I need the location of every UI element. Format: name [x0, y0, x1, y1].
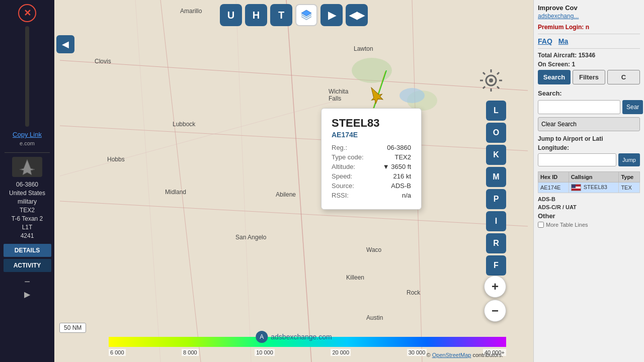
- cell-type: TEX: [619, 183, 640, 193]
- map-toolbar: U H T ▶ ◀▶: [220, 4, 368, 26]
- btn-r[interactable]: R: [486, 233, 506, 253]
- search-tab-button[interactable]: Search: [538, 70, 571, 84]
- jump-input[interactable]: [538, 153, 616, 166]
- map-background: [54, 0, 533, 362]
- clear-search-button[interactable]: Clear Search: [538, 117, 640, 131]
- left-sidebar: ✕ Copy Link e.com 06-3860 United States …: [0, 0, 54, 362]
- col-type[interactable]: Type: [619, 172, 640, 183]
- popup-type-row: Type code: TEX2: [332, 153, 411, 161]
- adsb-link[interactable]: adsbexchang...: [538, 13, 640, 20]
- improve-coverage-title: Improve Cov: [538, 4, 640, 12]
- close-button[interactable]: ✕: [18, 4, 36, 22]
- city-label-clovis: Clovis: [95, 58, 111, 65]
- total-aircraft-label: Total Aircraft:: [538, 52, 577, 59]
- aircraft-icon[interactable]: [365, 84, 385, 107]
- copy-link[interactable]: Copy Link: [13, 131, 42, 138]
- popup-rssi-value: n/a: [402, 192, 411, 199]
- zoom-out-button[interactable]: −: [484, 300, 506, 322]
- search-input[interactable]: [538, 100, 620, 114]
- cell-callsign: STEEL83: [569, 183, 619, 193]
- btn-p[interactable]: P: [486, 189, 506, 209]
- sidebar-country: United States: [2, 190, 52, 197]
- city-label-waco: Waco: [366, 246, 381, 253]
- longitude-label: Longitude:: [538, 144, 640, 151]
- svg-point-11: [352, 58, 392, 83]
- color-label-4: 30 000: [407, 349, 427, 356]
- search-section-title: Search:: [538, 89, 640, 97]
- btn-k[interactable]: K: [486, 145, 506, 165]
- svg-rect-1: [60, 0, 528, 362]
- faq-link[interactable]: FAQ: [538, 37, 552, 45]
- svg-line-29: [497, 72, 499, 74]
- layers-btn[interactable]: [295, 4, 317, 26]
- right-panel: Improve Cov adsbexchang... Premium Login…: [533, 0, 644, 362]
- btn-f[interactable]: F: [486, 255, 506, 276]
- btn-m[interactable]: M: [486, 167, 506, 187]
- popup-type-value: TEX2: [394, 153, 411, 161]
- flag-icon: [571, 184, 581, 191]
- svg-point-13: [399, 88, 425, 103]
- table-row[interactable]: AE174E STEEL83 TEX: [538, 183, 640, 193]
- details-button[interactable]: DETAILS: [4, 244, 51, 257]
- color-label-1: 8 000: [182, 349, 199, 356]
- popup-type-label: Type code:: [332, 153, 364, 161]
- search-row: Sear: [538, 100, 640, 114]
- on-screen-label: On Screen:: [538, 61, 570, 68]
- btn-i[interactable]: I: [486, 211, 506, 231]
- other-label: Other: [538, 212, 640, 220]
- col-hex-id[interactable]: Hex ID: [538, 172, 569, 183]
- popup-hex-id[interactable]: AE174E: [332, 131, 411, 139]
- expand-btn[interactable]: ◀▶: [346, 4, 368, 26]
- btn-u[interactable]: U: [220, 4, 242, 26]
- btn-t[interactable]: T: [270, 4, 292, 26]
- city-label-abilene: Abilene: [276, 191, 296, 198]
- scale-label: 50 NM: [59, 323, 86, 333]
- left-panel-toggle[interactable]: ◀: [56, 35, 74, 53]
- more-table-lines[interactable]: More Table Lines: [538, 222, 640, 228]
- sidebar-type: TEX2: [2, 207, 52, 214]
- filters-tab-button[interactable]: Filters: [573, 70, 605, 84]
- svg-line-26: [483, 72, 485, 74]
- popup-alt-value: ▼ 3650 ft: [383, 163, 411, 170]
- city-label-midland: Midland: [165, 189, 186, 196]
- popup-rssi-row: RSSI: n/a: [332, 192, 411, 199]
- popup-reg-label: Reg.:: [332, 144, 347, 151]
- next-btn[interactable]: ▶: [320, 4, 343, 26]
- btn-o[interactable]: O: [486, 123, 506, 143]
- total-aircraft-value: 15346: [579, 52, 595, 59]
- other-tab-button[interactable]: C: [607, 70, 640, 84]
- city-label-lubbock: Lubbock: [173, 121, 195, 128]
- color-label-3: 20 000: [331, 349, 351, 356]
- search-go-button[interactable]: Sear: [622, 100, 643, 114]
- sidebar-reg: 06-3860: [2, 181, 52, 188]
- expand-arrow-icon[interactable]: ▶: [24, 290, 30, 299]
- total-aircraft-stat: Total Aircraft: 15346: [538, 52, 640, 59]
- btn-h[interactable]: H: [245, 4, 267, 26]
- map-container[interactable]: Amarillo Clovis Lawton Lubbock Hobbs Mid…: [54, 0, 533, 362]
- minimize-icon[interactable]: −: [24, 276, 30, 288]
- aircraft-popup: STEEL83 AE174E Reg.: 06-3860 Type code: …: [321, 108, 422, 210]
- more-lines-checkbox[interactable]: [538, 222, 544, 228]
- nav-links: FAQ Ma: [538, 37, 640, 45]
- col-callsign[interactable]: Callsign: [569, 172, 619, 183]
- city-label-hobbs: Hobbs: [107, 156, 125, 163]
- popup-callsign[interactable]: STEEL83: [332, 117, 411, 130]
- scale-bar: 50 NM: [59, 323, 86, 333]
- city-label-amarillo: Amarillo: [180, 8, 202, 15]
- popup-alt-row: Altitude: ▼ 3650 ft: [332, 163, 411, 170]
- popup-rssi-label: RSSI:: [332, 192, 349, 199]
- btn-l[interactable]: L: [486, 101, 506, 121]
- jump-row: Jump: [538, 153, 640, 166]
- divider: [5, 152, 50, 153]
- svg-line-27: [497, 86, 499, 88]
- aircraft-thumbnail: [12, 157, 42, 177]
- jump-button[interactable]: Jump: [618, 153, 640, 166]
- activity-button[interactable]: ACTIVITY: [4, 259, 51, 272]
- domain-text: e.com: [20, 140, 35, 146]
- zoom-in-button[interactable]: +: [484, 276, 506, 298]
- osm-link[interactable]: OpenStreetMap: [432, 352, 471, 358]
- source-ads-b: ADS-B: [538, 196, 640, 202]
- settings-gear-icon[interactable]: [476, 65, 506, 96]
- map-link[interactable]: Ma: [558, 37, 568, 45]
- attribution: © OpenStreetMap contributors.: [427, 352, 503, 358]
